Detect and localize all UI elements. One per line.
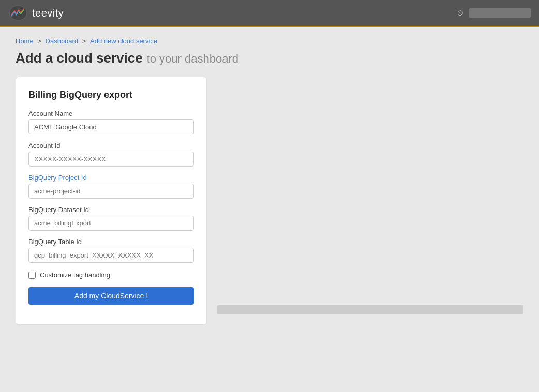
main-content: Home > Dashboard > Add new cloud service… xyxy=(0,27,539,335)
navbar-title: teevity xyxy=(32,7,64,19)
page-title: Add a cloud service xyxy=(16,50,143,66)
page-heading: Add a cloud serviceto your dashboard xyxy=(16,50,523,66)
breadcrumb-dashboard[interactable]: Dashboard xyxy=(46,37,79,45)
label-bigquery-project-id: BigQuery Project Id xyxy=(28,174,194,182)
content-area: Billing BigQuery export Account Name Acc… xyxy=(16,77,523,325)
label-bigquery-table-id: BigQuery Table Id xyxy=(28,238,194,246)
user-icon: ☺ xyxy=(456,8,465,18)
label-bigquery-dataset-id: BigQuery Dataset Id xyxy=(28,206,194,214)
input-bigquery-project-id[interactable] xyxy=(28,184,194,199)
right-panel xyxy=(217,77,523,314)
field-bigquery-dataset-id: BigQuery Dataset Id xyxy=(28,206,194,231)
brand: teevity xyxy=(8,5,64,21)
teevity-logo xyxy=(8,5,28,21)
form-card-title: Billing BigQuery export xyxy=(28,89,194,100)
navbar: teevity ☺ xyxy=(0,0,539,27)
label-account-name: Account Name xyxy=(28,110,194,117)
breadcrumb-current: Add new cloud service xyxy=(90,37,157,45)
navbar-user-area: ☺ xyxy=(456,8,531,18)
label-account-id: Account Id xyxy=(28,142,194,149)
breadcrumb-sep2: > xyxy=(82,37,86,45)
field-bigquery-project-id: BigQuery Project Id xyxy=(28,174,194,199)
breadcrumb-home[interactable]: Home xyxy=(16,37,34,45)
user-display xyxy=(469,8,531,18)
breadcrumb-sep1: > xyxy=(37,37,41,45)
customize-tag-label[interactable]: Customize tag handling xyxy=(40,271,110,279)
page-subtitle: to your dashboard xyxy=(147,52,238,65)
submit-button[interactable]: Add my CloudService ! xyxy=(28,287,194,305)
svg-point-0 xyxy=(9,6,27,20)
bigquery-project-id-link[interactable]: BigQuery Project Id xyxy=(28,174,87,182)
customize-tag-checkbox[interactable] xyxy=(28,272,36,279)
field-account-id: Account Id xyxy=(28,142,194,167)
input-account-id[interactable] xyxy=(28,152,194,167)
input-bigquery-table-id[interactable] xyxy=(28,248,194,263)
customize-tag-handling-group: Customize tag handling xyxy=(28,271,194,279)
input-account-name[interactable] xyxy=(28,119,194,134)
field-bigquery-table-id: BigQuery Table Id xyxy=(28,238,194,263)
field-account-name: Account Name xyxy=(28,110,194,134)
right-panel-bar xyxy=(217,305,523,314)
breadcrumb: Home > Dashboard > Add new cloud service xyxy=(16,37,523,45)
input-bigquery-dataset-id[interactable] xyxy=(28,216,194,231)
form-card: Billing BigQuery export Account Name Acc… xyxy=(16,77,207,325)
